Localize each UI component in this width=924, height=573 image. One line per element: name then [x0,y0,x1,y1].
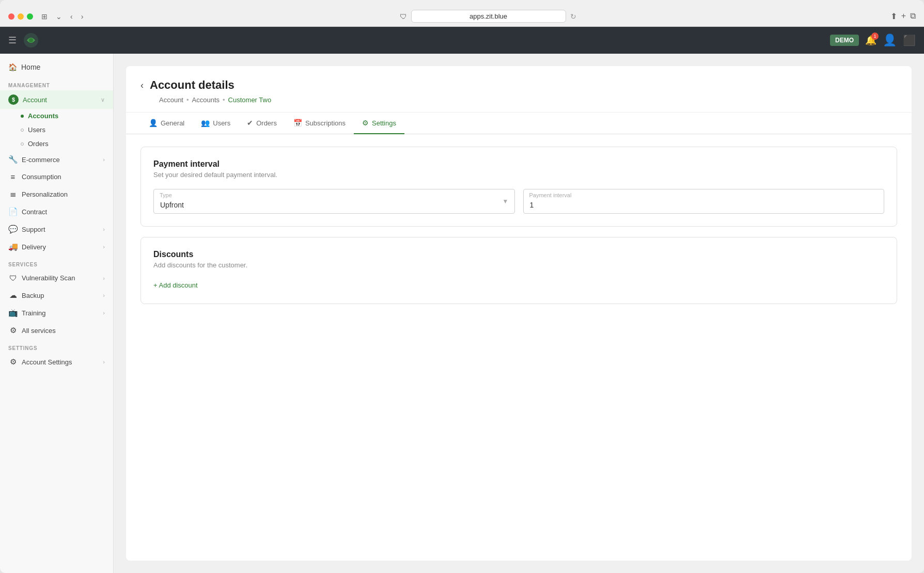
new-tab-icon[interactable]: + [901,11,906,21]
back-button[interactable]: ‹ [140,80,144,91]
inactive-dot-icon [21,142,24,146]
all-services-icon: ⚙ [8,326,18,335]
add-discount-button[interactable]: + Add discount [153,279,198,291]
general-tab-icon: 👤 [149,119,158,127]
tab-settings[interactable]: ⚙ Settings [354,113,404,134]
share-icon[interactable]: ⬆ [890,11,897,21]
backup-icon: ☁ [8,291,18,300]
sidebar-item-support[interactable]: 💬 Support › [0,220,113,238]
account-settings-chevron-icon: › [103,359,105,365]
sidebar-item-delivery[interactable]: 🚚 Delivery › [0,238,113,256]
training-chevron-icon: › [103,310,105,316]
maximize-button[interactable] [27,13,33,20]
type-label: Type [160,192,172,198]
shield-icon: 🛡 [400,12,407,21]
sidebar-item-account-settings[interactable]: ⚙ Account Settings › [0,353,113,371]
sidebar-item-account[interactable]: $ Account ∨ [0,90,113,109]
sidebar-item-account-left: $ Account [8,94,47,105]
address-bar[interactable]: apps.zit.blue [411,10,566,23]
content-inner: ‹ Account details Account • Accounts • C… [126,66,912,561]
panel-area: Payment interval Set your desired defaul… [126,134,912,316]
orders-tab-label: Orders [256,119,277,127]
notification-icon[interactable]: 🔔 1 [865,35,876,46]
breadcrumb: Account • Accounts • Customer Two [140,96,897,104]
sidebar-item-backup[interactable]: ☁ Backup › [0,286,113,304]
subscriptions-tab-icon: 📅 [293,119,302,127]
users-tab-icon: 👥 [201,119,210,127]
breadcrumb-accounts: Accounts [192,96,220,104]
account-settings-icon: ⚙ [8,357,18,367]
sidebar-item-consumption[interactable]: ≡ Consumption [0,168,113,185]
sidebar-item-accsettings-left: ⚙ Account Settings [8,357,72,367]
sidebar-item-all-services-left: ⚙ All services [8,326,56,335]
settings-section-label: SETTINGS [0,339,113,353]
top-nav-right: DEMO 🔔 1 👤 ⬛ [830,34,916,47]
sidebar-item-consumption-left: ≡ Consumption [8,172,61,181]
account-settings-label: Account Settings [22,358,72,366]
tab-users[interactable]: 👥 Users [193,113,239,134]
sidebar-item-ecommerce[interactable]: 🔧 E-commerce › [0,151,113,168]
user-avatar-icon[interactable]: 👤 [883,34,897,47]
minimize-button[interactable] [18,13,24,20]
address-bar-container: 🛡 apps.zit.blue ↻ [91,10,884,23]
payment-interval-title: Payment interval [153,160,884,169]
orders-tab-icon: ✔ [247,119,253,127]
tab-overview-icon[interactable]: ⧉ [910,11,916,21]
sidebar-subitem-orders[interactable]: Orders [21,137,113,151]
hamburger-menu-icon[interactable]: ☰ [8,35,17,46]
settings-tab-icon: ⚙ [362,119,369,127]
management-section-label: MANAGEMENT [0,76,113,90]
sidebar-item-vulnerability-scan[interactable]: 🛡 Vulnerability Scan › [0,269,113,286]
discounts-title: Discounts [153,250,884,259]
tab-general[interactable]: 👤 General [140,113,193,134]
content-area: ‹ Account details Account • Accounts • C… [114,54,924,573]
support-chevron-icon: › [103,226,105,232]
payment-interval-input[interactable] [523,189,885,214]
payment-interval-card: Payment interval Set your desired defaul… [140,147,897,227]
tab-subscriptions[interactable]: 📅 Subscriptions [285,113,354,134]
general-tab-label: General [161,119,184,127]
sidebar-item-personalization[interactable]: ≣ Personalization [0,185,113,203]
reload-icon[interactable]: ↻ [570,12,576,21]
sidebar-item-home[interactable]: 🏠 Home [0,58,113,76]
sidebar-item-delivery-left: 🚚 Delivery [8,242,46,251]
top-nav-left: ☰ [8,32,39,49]
accounts-label: Accounts [28,112,58,120]
backup-chevron-icon: › [103,292,105,298]
services-section-label: SERVICES [0,256,113,269]
main-layout: 🏠 Home MANAGEMENT $ Account ∨ Ac [0,54,924,573]
os-window: ⊞ ⌄ ‹ › 🛡 apps.zit.blue ↻ ⬆ + ⧉ ☰ [0,0,924,573]
tab-orders[interactable]: ✔ Orders [239,113,285,134]
vuln-chevron-icon: › [103,275,105,281]
sidebar-item-contract[interactable]: 📄 Contract [0,203,113,220]
users-tab-label: Users [213,119,230,127]
consumption-label: Consumption [22,173,61,181]
browser-navigation: ⊞ ⌄ ‹ › [39,11,85,22]
discounts-subtitle: Add discounts for the customer. [153,261,884,269]
page-header-top: ‹ Account details [140,78,897,92]
payment-interval-form-row: Type Upfront Monthly Quarterly Annually … [153,189,884,214]
training-label: Training [22,309,45,317]
chevron-down-icon[interactable]: ⌄ [54,11,64,22]
all-services-label: All services [22,327,56,335]
close-button[interactable] [8,13,14,20]
page-header: ‹ Account details Account • Accounts • C… [126,66,912,113]
home-icon: 🏠 [8,63,17,71]
back-icon[interactable]: ‹ [68,11,75,22]
breadcrumb-current: Customer Two [228,96,272,104]
layout-toggle-icon[interactable]: ⬛ [903,34,916,46]
sidebar-item-all-services[interactable]: ⚙ All services [0,322,113,339]
delivery-chevron-icon: › [103,244,105,250]
account-subitems: Accounts Users Orders [0,109,113,151]
users-label: Users [28,126,45,134]
sidebar-item-support-left: 💬 Support [8,225,45,234]
sidebar-item-training[interactable]: 📺 Training › [0,304,113,322]
sidebar-subitem-users[interactable]: Users [21,123,113,137]
tab-switcher-icon[interactable]: ⊞ [39,11,50,22]
type-select[interactable]: Upfront Monthly Quarterly Annually [153,189,515,214]
training-icon: 📺 [8,308,18,317]
forward-icon[interactable]: › [79,11,86,22]
traffic-lights [8,13,33,20]
sidebar-subitem-accounts[interactable]: Accounts [21,109,113,123]
payment-interval-field: Payment interval [523,189,885,214]
